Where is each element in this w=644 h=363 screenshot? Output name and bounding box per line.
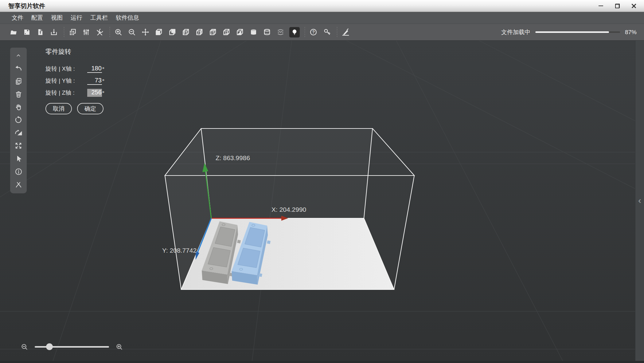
rotation-x-input[interactable]: 180 — [87, 65, 102, 73]
menu-config[interactable]: 配置 — [31, 13, 44, 23]
adjust-params-button[interactable] — [81, 27, 91, 37]
view-left-icon — [181, 28, 190, 37]
zoom-slider-track[interactable] — [35, 346, 109, 348]
expand-panel-chevron-icon[interactable]: ‹ — [638, 196, 641, 205]
window-controls — [596, 2, 638, 10]
select-cursor-button[interactable] — [10, 152, 27, 165]
viewport-zoom-control — [21, 343, 123, 350]
open-file-button[interactable] — [9, 27, 18, 37]
svg-text:?: ? — [312, 30, 315, 34]
axis-y-label: Y: 208.7742 — [162, 247, 197, 254]
app-title: 智享切片软件 — [8, 2, 45, 10]
collapse-up-button[interactable] — [10, 49, 27, 62]
rotation-y-input[interactable]: 73 — [87, 77, 102, 85]
titlebar: 智享切片软件 — [0, 0, 644, 12]
zoom-out-button[interactable] — [127, 27, 136, 37]
menu-file[interactable]: 文件 — [11, 13, 24, 23]
move-icon — [141, 28, 150, 36]
repair-part-button[interactable] — [10, 178, 27, 191]
light-toggle-button[interactable] — [289, 27, 300, 37]
view-bottom-button[interactable] — [222, 27, 231, 37]
save-button[interactable] — [22, 27, 31, 37]
zoom-out-icon[interactable] — [21, 343, 28, 350]
axis-z-label: Z: 863.9986 — [216, 154, 250, 161]
cylinder-wireframe-icon — [263, 28, 271, 37]
slice-knife-button[interactable] — [341, 27, 350, 37]
slicer-app-window: 智享切片软件 文件 配置 视图 运行 工具栏 软件信息 — [0, 0, 644, 363]
confirm-button[interactable]: 确定 — [77, 103, 103, 114]
zoom-slider-handle[interactable] — [46, 343, 53, 350]
view-bottom-icon — [222, 28, 231, 37]
add-part-button[interactable] — [10, 75, 27, 88]
export-model-button[interactable] — [49, 27, 58, 37]
move-button[interactable] — [141, 27, 150, 37]
copy-plate-button[interactable] — [68, 27, 77, 37]
toolbar-divider — [64, 27, 64, 37]
toolbar-divider — [337, 27, 337, 37]
restore-icon — [615, 4, 620, 8]
rotation-row-y: 旋转 | Y轴 : 73 ° — [45, 73, 104, 85]
slice-knife-icon — [341, 28, 350, 37]
pan-hand-button[interactable] — [10, 101, 27, 113]
rotation-z-label: 旋转 | Z轴 : — [45, 89, 75, 97]
zoom-out-icon — [128, 28, 136, 36]
cylinder-wireframe-button[interactable] — [262, 27, 271, 37]
view-front-button[interactable] — [154, 27, 163, 37]
axis-x-label: X: 204.2990 — [271, 206, 306, 213]
file-loading-progress: 文件加载中 87% — [501, 28, 637, 36]
view-iso-button[interactable] — [235, 27, 244, 37]
progress-bar-fill — [535, 31, 609, 33]
zoom-slider[interactable] — [35, 343, 109, 350]
view-back-button[interactable] — [168, 27, 177, 37]
minimize-button[interactable] — [596, 2, 605, 10]
part-rotation-panel: 零件旋转 旋转 | X轴 : 180 ° 旋转 | Y轴 : 73 ° 旋转 |… — [45, 47, 104, 114]
menu-about[interactable]: 软件信息 — [115, 13, 140, 23]
cancel-button[interactable]: 取消 — [45, 103, 72, 114]
cylinder-solid-button[interactable] — [249, 27, 258, 37]
close-icon — [631, 3, 636, 8]
rotation-row-z: 旋转 | Z轴 : 256 ° — [45, 85, 104, 97]
import-model-button[interactable] — [36, 27, 45, 37]
view-top-button[interactable] — [208, 27, 217, 37]
license-key-button[interactable] — [322, 27, 331, 37]
view-right-button[interactable] — [195, 27, 204, 37]
select-cursor-icon — [14, 155, 23, 163]
restore-button[interactable] — [613, 2, 622, 10]
rotation-z-input[interactable]: 256 — [87, 89, 102, 97]
tools-button[interactable] — [95, 27, 104, 37]
point-cloud-button[interactable] — [276, 27, 285, 37]
mirror-part-button[interactable] — [10, 126, 27, 139]
help-button[interactable]: ? — [309, 27, 318, 37]
toolbar: ? 文件加载中 87% — [0, 24, 644, 41]
view-front-icon — [154, 28, 163, 37]
progress-bar — [535, 31, 620, 33]
save-icon — [23, 28, 31, 36]
menu-run[interactable]: 运行 — [70, 13, 83, 23]
zoom-in-icon — [114, 28, 123, 36]
fit-view-button[interactable] — [10, 139, 27, 152]
view-right-icon — [195, 28, 204, 37]
export-model-icon — [50, 28, 58, 36]
chevron-up-icon — [14, 52, 22, 59]
view-left-button[interactable] — [181, 27, 190, 37]
part-info-button[interactable] — [10, 165, 27, 178]
point-cloud-icon — [276, 28, 285, 37]
close-button[interactable] — [629, 2, 638, 10]
fit-view-icon — [14, 141, 23, 150]
bottom-edge-strip — [0, 361, 644, 363]
rotate-part-button[interactable] — [10, 113, 27, 126]
delete-part-button[interactable] — [10, 88, 27, 101]
add-part-icon — [14, 77, 23, 85]
viewport-3d[interactable]: Z: 863.9986 X: 204.2990 Y: 208.7742 — [0, 41, 644, 363]
progress-percent: 87% — [625, 29, 637, 36]
zoom-in-button[interactable] — [114, 27, 123, 37]
import-model-icon — [36, 28, 45, 36]
undo-button[interactable] — [10, 62, 27, 75]
menu-view[interactable]: 视图 — [50, 13, 63, 23]
rotation-row-x: 旋转 | X轴 : 180 ° — [45, 61, 104, 73]
cylinder-solid-icon — [249, 28, 258, 37]
minimize-icon — [599, 6, 603, 6]
rotation-x-unit: ° — [102, 66, 104, 73]
zoom-in-icon[interactable] — [116, 343, 123, 350]
menu-toolbar[interactable]: 工具栏 — [90, 13, 108, 23]
